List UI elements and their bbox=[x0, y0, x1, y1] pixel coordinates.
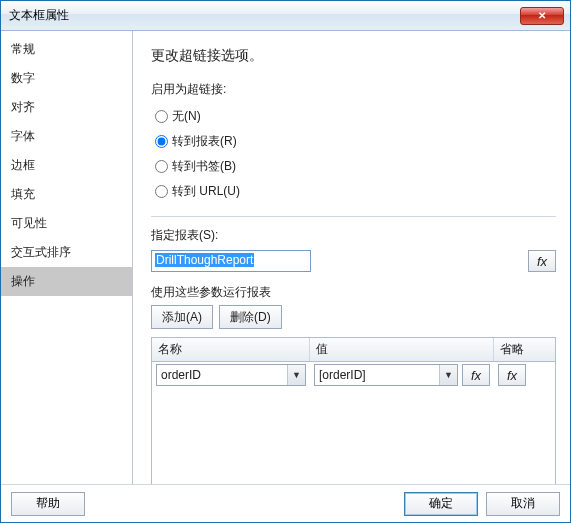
specify-report-input[interactable] bbox=[151, 250, 311, 272]
hyperlink-radio-group: 无(N) 转到报表(R) 转到书签(B) 转到 URL(U) bbox=[151, 104, 556, 208]
radio-label: 无(N) bbox=[172, 108, 201, 125]
sidebar: 常规 数字 对齐 字体 边框 填充 可见性 交互式排序 操作 bbox=[1, 31, 133, 484]
chevron-down-icon: ▼ bbox=[287, 365, 305, 385]
param-buttons: 添加(A) 删除(D) bbox=[151, 305, 556, 329]
separator bbox=[151, 216, 556, 217]
fx-button-omit[interactable]: fx bbox=[498, 364, 526, 386]
grid-header: 名称 值 省略 bbox=[152, 338, 555, 362]
button-label: 确定 bbox=[429, 496, 453, 510]
sidebar-item-general[interactable]: 常规 bbox=[1, 35, 132, 64]
radio-label: 转到书签(B) bbox=[172, 158, 236, 175]
radio-goto-bookmark-input[interactable] bbox=[155, 160, 168, 173]
params-grid: 名称 值 省略 orderID ▼ [orderID] ▼ bbox=[151, 337, 556, 484]
close-button[interactable]: ✕ bbox=[520, 7, 564, 25]
fx-icon: fx bbox=[537, 254, 547, 269]
radio-label: 转到 URL(U) bbox=[172, 183, 240, 200]
sidebar-item-label: 交互式排序 bbox=[11, 245, 71, 259]
sidebar-item-align[interactable]: 对齐 bbox=[1, 93, 132, 122]
cell-name: orderID ▼ bbox=[152, 364, 310, 386]
window-title: 文本框属性 bbox=[9, 7, 520, 24]
sidebar-item-font[interactable]: 字体 bbox=[1, 122, 132, 151]
table-row: orderID ▼ [orderID] ▼ fx fx bbox=[152, 362, 555, 388]
fx-icon: fx bbox=[507, 368, 517, 383]
footer: 帮助 确定 取消 bbox=[1, 484, 570, 522]
specify-report-row: DrillThoughReport fx bbox=[151, 250, 556, 272]
radio-goto-bookmark[interactable]: 转到书签(B) bbox=[155, 158, 556, 175]
radio-goto-report-input[interactable] bbox=[155, 135, 168, 148]
col-header-value: 值 bbox=[310, 338, 494, 361]
dialog-body: 常规 数字 对齐 字体 边框 填充 可见性 交互式排序 操作 更改超链接选项。 … bbox=[1, 31, 570, 484]
value-combo[interactable]: [orderID] ▼ bbox=[314, 364, 458, 386]
close-icon: ✕ bbox=[538, 10, 546, 21]
cell-omit: fx bbox=[494, 364, 555, 386]
radio-goto-report[interactable]: 转到报表(R) bbox=[155, 133, 556, 150]
sidebar-item-visibility[interactable]: 可见性 bbox=[1, 209, 132, 238]
sidebar-item-label: 边框 bbox=[11, 158, 35, 172]
sidebar-item-label: 填充 bbox=[11, 187, 35, 201]
radio-goto-url-input[interactable] bbox=[155, 185, 168, 198]
panel-heading: 更改超链接选项。 bbox=[151, 47, 556, 65]
enable-hyperlink-label: 启用为超链接: bbox=[151, 81, 556, 98]
sidebar-item-label: 常规 bbox=[11, 42, 35, 56]
button-label: 帮助 bbox=[36, 496, 60, 510]
sidebar-item-label: 数字 bbox=[11, 71, 35, 85]
cell-value: [orderID] ▼ fx bbox=[310, 364, 494, 386]
col-header-omit: 省略 bbox=[494, 338, 555, 361]
specify-report-label: 指定报表(S): bbox=[151, 227, 556, 244]
combo-text: [orderID] bbox=[315, 368, 439, 382]
titlebar: 文本框属性 ✕ bbox=[1, 1, 570, 31]
radio-none-input[interactable] bbox=[155, 110, 168, 123]
name-combo[interactable]: orderID ▼ bbox=[156, 364, 306, 386]
sidebar-item-action[interactable]: 操作 bbox=[1, 267, 132, 296]
sidebar-item-number[interactable]: 数字 bbox=[1, 64, 132, 93]
sidebar-item-fill[interactable]: 填充 bbox=[1, 180, 132, 209]
ok-button[interactable]: 确定 bbox=[404, 492, 478, 516]
sidebar-item-border[interactable]: 边框 bbox=[1, 151, 132, 180]
sidebar-item-label: 可见性 bbox=[11, 216, 47, 230]
help-button[interactable]: 帮助 bbox=[11, 492, 85, 516]
main-panel: 更改超链接选项。 启用为超链接: 无(N) 转到报表(R) 转到书签(B) 转到… bbox=[133, 31, 570, 484]
params-heading: 使用这些参数运行报表 bbox=[151, 284, 556, 301]
dialog-window: 文本框属性 ✕ 常规 数字 对齐 字体 边框 填充 可见性 交互式排序 操作 更… bbox=[0, 0, 571, 523]
delete-button[interactable]: 删除(D) bbox=[219, 305, 282, 329]
radio-goto-url[interactable]: 转到 URL(U) bbox=[155, 183, 556, 200]
button-label: 删除(D) bbox=[230, 309, 271, 326]
sidebar-item-interactive-sort[interactable]: 交互式排序 bbox=[1, 238, 132, 267]
radio-label: 转到报表(R) bbox=[172, 133, 237, 150]
button-label: 添加(A) bbox=[162, 309, 202, 326]
cancel-button[interactable]: 取消 bbox=[486, 492, 560, 516]
sidebar-item-label: 对齐 bbox=[11, 100, 35, 114]
col-header-name: 名称 bbox=[152, 338, 310, 361]
radio-none[interactable]: 无(N) bbox=[155, 108, 556, 125]
chevron-down-icon: ▼ bbox=[439, 365, 457, 385]
add-button[interactable]: 添加(A) bbox=[151, 305, 213, 329]
fx-button-report[interactable]: fx bbox=[528, 250, 556, 272]
fx-icon: fx bbox=[471, 368, 481, 383]
button-label: 取消 bbox=[511, 496, 535, 510]
combo-text: orderID bbox=[157, 368, 287, 382]
sidebar-item-label: 操作 bbox=[11, 274, 35, 288]
fx-button-value[interactable]: fx bbox=[462, 364, 490, 386]
grid-empty-area bbox=[152, 388, 555, 484]
sidebar-item-label: 字体 bbox=[11, 129, 35, 143]
